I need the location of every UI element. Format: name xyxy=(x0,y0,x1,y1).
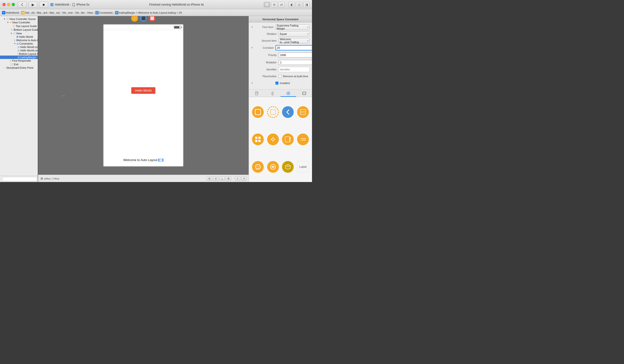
add-installed-btn[interactable]: + xyxy=(251,81,253,85)
resize-icon[interactable]: ⊠ xyxy=(226,176,231,181)
sidebar-item-bottomlayout[interactable]: ◻ Bottom Layout Guide xyxy=(0,28,38,31)
breadcrumb-item-view[interactable]: View xyxy=(87,11,93,14)
firstitem-dropdown[interactable]: Superview.Trailing Margin ▾ xyxy=(275,24,310,30)
identifier-value[interactable] xyxy=(279,67,310,72)
sidebar-item-constraints[interactable]: ▼ ⊟ Constraints xyxy=(0,42,38,45)
sidebar-item-toplayout[interactable]: ◻ Top Layout Guide xyxy=(0,24,38,28)
firstitem-value[interactable]: Superview.Trailing Margin ▾ xyxy=(275,24,310,30)
hello-world-button[interactable]: Hello World xyxy=(131,87,156,94)
sidebar-filter-input[interactable] xyxy=(2,177,37,181)
obj-item-back[interactable] xyxy=(281,99,295,125)
editor-standard-button[interactable]: ⬜ xyxy=(264,2,270,7)
canvas-icon-yellow[interactable]: ○ xyxy=(131,16,138,22)
sidebar-item-centery[interactable]: ⊟ Hello World.centerY = c... xyxy=(0,45,38,49)
canvas-icon-red[interactable]: ⬜ xyxy=(149,16,156,22)
constant-value[interactable]: ▲ ▼ xyxy=(275,45,312,51)
priority-input[interactable] xyxy=(279,52,312,58)
svg-rect-22 xyxy=(258,140,260,142)
sidebar-item-view[interactable]: ▼ ◻ View xyxy=(0,31,38,35)
breadcrumb-item-main2[interactable]: Mai...se) xyxy=(50,11,60,14)
sidebar-item-firstresponder[interactable]: ● First Responder xyxy=(0,59,38,62)
breadcrumb-item-scene[interactable]: Vie...ene xyxy=(62,11,73,14)
breadcrumb-item-constraints[interactable]: ≡ Constraints xyxy=(95,11,113,14)
multiplier-stepper[interactable]: ▲ ▼ xyxy=(279,59,312,65)
obj-item-cube[interactable] xyxy=(281,154,295,180)
obj-item-media[interactable] xyxy=(266,154,280,180)
maximize-button[interactable] xyxy=(12,3,15,6)
tab-code[interactable]: {} xyxy=(265,90,281,97)
relation-value[interactable]: Equal ▾ xyxy=(279,31,310,37)
breadcrumb-item-main1[interactable]: Mai...ard xyxy=(37,11,47,14)
play-button[interactable]: ▶ xyxy=(28,2,37,8)
breadcrumb-label-main2: Mai...se) xyxy=(50,11,60,14)
sidebar-item-viewcontroller[interactable]: ▼ ● View Controller xyxy=(0,21,38,24)
sidebar-item-exit[interactable]: ⬜ Exit xyxy=(0,62,38,66)
multiplier-input[interactable] xyxy=(279,60,312,65)
canvas-icon-blue[interactable]: ⬛ xyxy=(140,16,147,22)
obj-item-tableview[interactable] xyxy=(296,99,310,125)
size-selector[interactable]: ⊞ wAny | hAny xyxy=(38,177,59,180)
obj-item-view-dashed[interactable] xyxy=(266,99,280,125)
obj-item-dots[interactable] xyxy=(296,126,310,152)
align-icon[interactable]: ⊞ xyxy=(207,176,212,181)
obj-item-star[interactable] xyxy=(266,126,280,152)
multiplier-value[interactable]: ▲ ▼ xyxy=(279,59,312,65)
constant-input[interactable] xyxy=(275,45,312,50)
firstresponder-label: First Responder xyxy=(12,59,31,62)
phone-content[interactable]: Hello World Welcome to Auto Layout xyxy=(104,30,183,166)
scrollview-circle-icon xyxy=(282,134,294,145)
installed-checkbox[interactable] xyxy=(275,82,278,85)
breadcrumb-item-trailing[interactable]: ≡ trailingMargin = Welcome to Auto Layou… xyxy=(115,11,182,14)
tab-media[interactable] xyxy=(296,90,312,97)
obj-item-scrollview[interactable] xyxy=(281,126,295,152)
label-item-text: Label xyxy=(299,165,306,169)
priority-value[interactable]: ▲ ▼ xyxy=(279,52,312,58)
placeholder-checkbox-row: Remove at build time xyxy=(279,75,310,78)
close-button[interactable] xyxy=(2,3,6,6)
breadcrumb-item-controller[interactable]: Vie...ller xyxy=(75,11,85,14)
minimize-button[interactable] xyxy=(7,3,10,6)
update-frames-icon[interactable]: ↺ xyxy=(241,176,247,181)
welcome-autolayout-label[interactable]: Welcome to Auto Layout xyxy=(104,158,183,162)
obj-item-collectionview[interactable] xyxy=(251,126,265,152)
face-circle-icon xyxy=(252,161,264,173)
sidebar-bottom xyxy=(0,176,38,182)
editor-version-button[interactable]: ⇄ xyxy=(278,2,285,7)
tab-file[interactable] xyxy=(249,90,265,97)
editor-assistant-button[interactable]: ⧉ xyxy=(271,2,277,7)
sidebar-item-helloworld[interactable]: B Hello World xyxy=(0,35,38,39)
breadcrumb-item[interactable]: H HelloWorld xyxy=(2,11,19,14)
debug-toggle[interactable]: ◫ xyxy=(296,2,302,7)
priority-stepper[interactable]: ▲ ▼ xyxy=(279,52,312,58)
tab-objects[interactable] xyxy=(281,90,296,97)
sidebar-item-welcome[interactable]: L Welcome to Auto Layout xyxy=(0,39,38,42)
resolve-icon[interactable]: △ xyxy=(219,176,225,181)
constant-decrement[interactable]: ▼ xyxy=(312,48,312,50)
inspector-toggle[interactable]: ◨ xyxy=(303,2,310,7)
obj-item-view[interactable] xyxy=(251,99,265,125)
seconditem-value[interactable]: Welcome to...yout.Trailing ▾ xyxy=(279,38,310,43)
obj-item-face[interactable] xyxy=(251,154,265,180)
identifier-input[interactable] xyxy=(279,67,310,72)
back-button[interactable] xyxy=(18,2,26,8)
add-firstitem-btn[interactable]: + xyxy=(251,25,253,29)
seconditem-dropdown[interactable]: Welcome to...yout.Trailing ▾ xyxy=(279,38,310,43)
inspector-section: + First Item Superview.Trailing Margin ▾… xyxy=(249,23,312,89)
list-icon[interactable]: ≡ xyxy=(235,176,240,181)
sidebar-item-trailing-selected[interactable]: ⊟ trailingMargin = Welco... xyxy=(0,55,38,59)
placeholder-checkbox[interactable] xyxy=(279,75,282,78)
add-constant-btn[interactable]: + xyxy=(251,46,253,49)
constant-increment[interactable]: ▲ xyxy=(312,45,312,48)
sidebar-item-bottomguide-constraint[interactable]: I Bottom Layout Guide.to... xyxy=(0,52,38,55)
canvas-wrapper[interactable]: → ○ ⬛ ⬜ Hello World xyxy=(38,16,249,175)
sidebar-item-entrypoint[interactable]: → Storyboard Entry Point xyxy=(0,66,38,70)
relation-dropdown[interactable]: Equal ▾ xyxy=(279,31,310,37)
pin-icon[interactable]: ⊡ xyxy=(213,176,218,181)
sidebar-item-scene[interactable]: ▼ ◻ View Controller Scene xyxy=(0,17,38,21)
sidebar-item-centerx[interactable]: ⊟ Hello World.centerX = c... xyxy=(0,49,38,52)
obj-item-label[interactable]: Label xyxy=(296,154,310,180)
stop-button[interactable]: ■ xyxy=(39,2,48,8)
navigator-toggle[interactable]: ◧ xyxy=(289,2,295,7)
breadcrumb-item-folder[interactable]: 📁 Hel...rld xyxy=(21,11,34,14)
constant-stepper[interactable]: ▲ ▼ xyxy=(275,45,312,51)
